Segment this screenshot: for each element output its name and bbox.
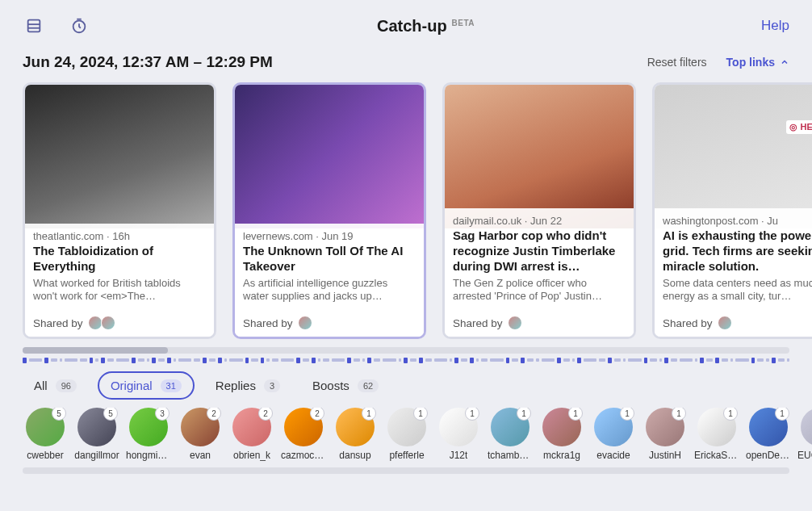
user-filter[interactable]: 3hongminhee bbox=[126, 408, 171, 461]
timeline-tick[interactable] bbox=[318, 358, 320, 362]
timeline-tick[interactable] bbox=[730, 358, 733, 362]
timeline-tick[interactable] bbox=[80, 358, 86, 362]
timeline-tick[interactable] bbox=[563, 358, 570, 362]
timeline-tick[interactable] bbox=[557, 358, 561, 363]
timeline-tick[interactable] bbox=[224, 358, 227, 362]
timeline-tick[interactable] bbox=[194, 358, 200, 362]
timeline-tick[interactable] bbox=[251, 358, 257, 362]
timeline-tick[interactable] bbox=[659, 358, 662, 362]
timeline-tick[interactable] bbox=[664, 358, 668, 363]
timeline-tick[interactable] bbox=[695, 358, 697, 362]
filter-pill-boosts[interactable]: Boosts62 bbox=[301, 373, 390, 398]
timeline-tick[interactable] bbox=[577, 358, 581, 363]
timeline-tick[interactable] bbox=[312, 358, 316, 363]
timeline-tick[interactable] bbox=[527, 358, 534, 362]
timeline-tick[interactable] bbox=[521, 358, 525, 363]
timeline-tick[interactable] bbox=[272, 358, 278, 362]
timeline-tick[interactable] bbox=[542, 358, 555, 362]
timeline-tick[interactable] bbox=[512, 358, 518, 362]
help-link[interactable]: Help bbox=[761, 18, 789, 34]
timeline-tick[interactable] bbox=[404, 358, 408, 363]
user-filter[interactable]: 1openDemocracy bbox=[746, 408, 791, 461]
reset-filters-button[interactable]: Reset filters bbox=[647, 56, 707, 69]
timeline-tick[interactable] bbox=[374, 358, 380, 362]
sharer-avatar[interactable] bbox=[101, 316, 115, 330]
timeline-tick[interactable] bbox=[158, 358, 165, 362]
timeline-tick[interactable] bbox=[152, 358, 156, 363]
link-card[interactable]: dailymail.co.uk · Jun 22Sag Harbor cop w… bbox=[442, 82, 636, 339]
user-filter[interactable]: 2cazmockett bbox=[281, 408, 326, 461]
feed-icon[interactable] bbox=[23, 15, 45, 37]
user-filter[interactable]: 1evacide bbox=[591, 408, 636, 461]
timeline-tick[interactable] bbox=[23, 358, 27, 363]
timeline-tick[interactable] bbox=[167, 358, 171, 363]
timeline-tick[interactable] bbox=[101, 358, 105, 363]
timeline-tick[interactable] bbox=[722, 358, 728, 362]
timeline-tick[interactable] bbox=[383, 358, 396, 362]
cards-scrollbar-thumb[interactable] bbox=[23, 347, 168, 354]
timeline-tick[interactable] bbox=[628, 358, 641, 362]
timeline-tick[interactable] bbox=[425, 358, 432, 362]
timeline-tick[interactable] bbox=[450, 358, 452, 362]
timeline-tick[interactable] bbox=[229, 358, 242, 362]
timeline-tick[interactable] bbox=[203, 358, 207, 363]
timeline-tick[interactable] bbox=[332, 358, 345, 362]
timeline-strip[interactable] bbox=[23, 357, 789, 363]
timeline-tick[interactable] bbox=[65, 358, 77, 362]
timeline-tick[interactable] bbox=[95, 358, 98, 362]
timeline-tick[interactable] bbox=[354, 358, 360, 362]
timeline-tick[interactable] bbox=[29, 358, 42, 362]
timeline-tick[interactable] bbox=[261, 358, 265, 363]
timeline-tick[interactable] bbox=[599, 358, 605, 362]
timeline-tick[interactable] bbox=[470, 358, 474, 363]
user-filter[interactable]: 1EUCommission bbox=[797, 408, 812, 461]
timeline-tick[interactable] bbox=[266, 358, 269, 362]
timeline-tick[interactable] bbox=[778, 358, 785, 362]
timeline-tick[interactable] bbox=[772, 358, 776, 363]
timeline-tick[interactable] bbox=[506, 358, 510, 363]
link-card[interactable]: levernews.com · Jun 19The Unknown Toll O… bbox=[232, 82, 426, 339]
timeline-tick[interactable] bbox=[461, 358, 467, 362]
sharer-avatar[interactable] bbox=[508, 316, 522, 330]
timeline-tick[interactable] bbox=[787, 358, 789, 362]
timeline-tick[interactable] bbox=[178, 358, 191, 362]
timeline-tick[interactable] bbox=[410, 358, 416, 362]
timeline-tick[interactable] bbox=[671, 358, 677, 362]
user-filter[interactable]: 2evan bbox=[178, 408, 223, 461]
top-links-cards[interactable]: theatlantic.com · 16hThe Tabloidization … bbox=[0, 82, 812, 339]
timeline-tick[interactable] bbox=[44, 358, 48, 363]
user-filter[interactable]: 1J12t bbox=[436, 408, 481, 461]
timeline-tick[interactable] bbox=[419, 358, 423, 363]
timeline-tick[interactable] bbox=[584, 358, 596, 362]
user-filter[interactable]: 1tchambers bbox=[488, 408, 533, 461]
timeline-tick[interactable] bbox=[245, 358, 249, 363]
filter-pill-all[interactable]: All96 bbox=[23, 373, 88, 398]
timeline-tick[interactable] bbox=[281, 358, 294, 362]
timeline-tick[interactable] bbox=[735, 358, 748, 362]
timeline-tick[interactable] bbox=[60, 358, 62, 362]
timeline-tick[interactable] bbox=[107, 358, 114, 362]
timeline-tick[interactable] bbox=[51, 358, 57, 362]
timeline-tick[interactable] bbox=[490, 358, 503, 362]
users-row[interactable]: 5cwebber5dangillmor3hongminhee2evan2obri… bbox=[0, 408, 812, 461]
user-filter[interactable]: 1ErickaSimone bbox=[694, 408, 739, 461]
timeline-tick[interactable] bbox=[706, 358, 713, 362]
timeline-tick[interactable] bbox=[90, 358, 94, 363]
link-card[interactable]: washingtonpost.com · JuAI is exhausting … bbox=[652, 82, 812, 339]
timeline-tick[interactable] bbox=[362, 358, 365, 362]
timeline-tick[interactable] bbox=[476, 358, 479, 362]
sharer-avatar[interactable] bbox=[88, 316, 103, 330]
user-filter[interactable]: 1JustinH bbox=[642, 408, 688, 461]
timeline-tick[interactable] bbox=[536, 358, 538, 362]
user-filter[interactable]: 5dangillmor bbox=[74, 408, 119, 461]
cards-scrollbar[interactable] bbox=[23, 347, 789, 354]
timeline-tick[interactable] bbox=[174, 358, 176, 362]
top-links-toggle[interactable]: Top links bbox=[726, 56, 789, 69]
user-filter[interactable]: 1mckra1g bbox=[539, 408, 584, 461]
sharer-avatar[interactable] bbox=[298, 316, 312, 330]
timeline-tick[interactable] bbox=[766, 358, 768, 362]
timeline-tick[interactable] bbox=[572, 358, 575, 362]
user-filter[interactable]: 2obrien_k bbox=[229, 408, 274, 461]
timeline-tick[interactable] bbox=[680, 358, 693, 362]
clock-icon[interactable] bbox=[68, 15, 90, 37]
